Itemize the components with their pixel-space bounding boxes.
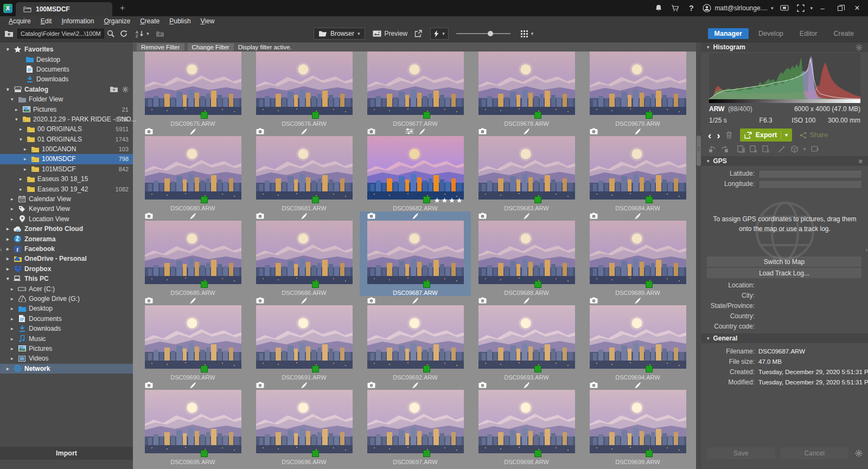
photo-thumbnail[interactable]: DSC09691.ARW — [248, 296, 360, 381]
photo-thumbnail[interactable]: DSC09685.ARW — [137, 211, 248, 296]
tree-expanded-icon[interactable]: ▾ — [7, 47, 12, 52]
sidebar-item-downloads[interactable]: ▸Downloads — [0, 324, 133, 333]
photo-image[interactable] — [367, 52, 464, 115]
sidebar-item-01-originals[interactable]: ▾01 ORIGINALS1743 — [0, 134, 133, 144]
sidebar-item-easeus-30-18-15[interactable]: ▸Easeus 30 18_15 — [0, 174, 133, 184]
photo-image[interactable] — [367, 390, 464, 453]
green-label-badge[interactable] — [312, 450, 319, 457]
tree-expanded-icon[interactable]: ▾ — [7, 276, 12, 281]
photo-thumbnail[interactable]: DSC09688.ARW — [471, 211, 582, 296]
photo-image[interactable] — [256, 221, 353, 284]
open-in-new-window-icon[interactable] — [412, 28, 425, 40]
sidebar-item-location-view[interactable]: ▸Location View — [0, 214, 133, 224]
menu-publish[interactable]: Publish — [165, 17, 195, 25]
load-track-log-button[interactable]: Load Track Log... — [707, 268, 861, 278]
general-collapse-icon[interactable]: ▾ — [707, 336, 710, 341]
photo-thumbnail[interactable]: DSC09686.ARW — [248, 211, 360, 296]
document-tab[interactable]: 100MSDCF — [16, 2, 112, 16]
photo-image[interactable]: ★★★★ — [367, 136, 464, 200]
tree-expanded-icon[interactable]: ▾ — [20, 137, 25, 142]
sidebar-item-100msdcf[interactable]: ▸100MSDCF798 — [0, 154, 133, 164]
quick-edits-button[interactable]: ▾ — [430, 28, 449, 40]
search-icon[interactable] — [104, 28, 117, 40]
green-label-badge[interactable] — [201, 281, 208, 288]
green-label-badge[interactable] — [312, 281, 319, 288]
tree-collapsed-icon[interactable]: ▸ — [11, 316, 16, 322]
tree-collapsed-icon[interactable]: ▸ — [24, 156, 29, 162]
green-label-badge[interactable] — [534, 196, 541, 203]
sidebar-item-music[interactable]: ▸Music — [0, 333, 133, 343]
general-section-header[interactable]: ▾ General — [701, 333, 868, 343]
notifications-bell-icon[interactable] — [652, 2, 666, 14]
grid-view-icon[interactable] — [518, 28, 531, 40]
tree-collapsed-icon[interactable]: ▸ — [11, 196, 16, 202]
panel-settings-gear-icon[interactable] — [855, 449, 863, 457]
sort-icon[interactable]: AZ — [133, 28, 146, 40]
sidebar-item-100canon[interactable]: ▸100CANON103 — [0, 144, 133, 154]
photo-thumbnail[interactable]: DSC09693.ARW — [471, 296, 582, 381]
sidebar-item-2020-12-29-park-ridge-sno[interactable]: ▾2020.12.29 - PARK RIDGE - SNO...8736 — [0, 114, 133, 124]
photo-image[interactable] — [478, 390, 575, 453]
green-label-badge[interactable] — [646, 365, 653, 372]
photo-thumbnail[interactable]: DSC09695.ARW — [137, 381, 248, 465]
green-label-badge[interactable] — [534, 281, 541, 288]
tree-collapsed-icon[interactable]: ▸ — [7, 366, 12, 371]
tree-collapsed-icon[interactable]: ▸ — [15, 107, 21, 112]
tree-collapsed-icon[interactable]: ▸ — [11, 326, 16, 331]
tree-collapsed-icon[interactable]: ▸ — [11, 356, 16, 361]
sidebar-item-documents[interactable]: Documents — [0, 65, 133, 74]
photo-thumbnail[interactable]: ★★★★DSC09682.ARW — [360, 127, 471, 211]
sidebar-item-desktop[interactable]: Desktop — [0, 54, 133, 64]
workspace-tab-manager[interactable]: Manager — [708, 28, 749, 39]
photo-thumbnail[interactable]: DSC09696.ARW — [248, 381, 360, 465]
photo-image[interactable] — [590, 136, 686, 200]
tree-collapsed-icon[interactable]: ▸ — [11, 296, 16, 301]
photo-thumbnail[interactable]: DSC09677.ARW — [360, 52, 471, 127]
collapse-left-panel-icon[interactable]: ‹ — [0, 247, 2, 253]
green-label-badge[interactable] — [201, 365, 208, 372]
photo-image[interactable] — [145, 52, 241, 115]
photo-thumbnail[interactable]: DSC09690.ARW — [137, 296, 248, 381]
photo-image[interactable] — [256, 305, 353, 369]
breadcrumb-path-input[interactable] — [17, 29, 104, 38]
sidebar-item-acer-c[interactable]: ▸Acer (C:) — [0, 284, 133, 293]
menu-information[interactable]: Information — [57, 17, 98, 25]
tree-collapsed-icon[interactable]: ▸ — [20, 187, 25, 192]
photo-image[interactable] — [478, 305, 575, 369]
thumbnail-size-slider[interactable] — [456, 33, 510, 34]
help-icon[interactable]: ? — [684, 2, 698, 14]
sidebar-item-folder-view[interactable]: ▾Folder View — [0, 94, 133, 104]
sidebar-item-keyword-view[interactable]: ▸Keyword View — [0, 204, 133, 214]
photo-image[interactable] — [590, 390, 686, 453]
sidebar-item-network[interactable]: ▸Network — [0, 364, 133, 374]
tree-collapsed-icon[interactable]: ▸ — [11, 206, 16, 211]
menu-acquire[interactable]: Acquire — [4, 17, 35, 25]
browser-mode-button[interactable]: Browser ▾ — [314, 28, 365, 40]
previous-photo-button[interactable]: ‹ — [708, 130, 711, 140]
second-display-icon[interactable] — [777, 2, 792, 14]
workspace-tab-create[interactable]: Create — [827, 28, 860, 39]
photo-thumbnail[interactable]: DSC09699.ARW — [582, 381, 693, 465]
menu-view[interactable]: View — [196, 17, 219, 25]
splitter-handle[interactable] — [697, 136, 701, 166]
menu-edit[interactable]: Edit — [36, 17, 56, 25]
sidebar-item-101msdcf[interactable]: ▸101MSDCF842 — [0, 164, 133, 174]
sidebar-item-videos[interactable]: ▸Videos — [0, 354, 133, 363]
menu-create[interactable]: Create — [136, 17, 164, 25]
photo-image[interactable] — [590, 52, 686, 115]
panel-splitter[interactable] — [696, 42, 701, 469]
sidebar-item-downloads[interactable]: Downloads — [0, 74, 133, 84]
photo-thumbnail[interactable]: DSC09683.ARW — [471, 127, 582, 211]
tree-collapsed-icon[interactable]: ▸ — [11, 336, 16, 342]
tree-collapsed-icon[interactable]: ▸ — [7, 226, 12, 232]
sort-caret-icon[interactable]: ▾ — [146, 31, 149, 36]
photo-image[interactable] — [256, 52, 353, 115]
preview-mode-button[interactable]: Preview — [368, 28, 412, 40]
tree-collapsed-icon[interactable]: ▸ — [7, 246, 12, 252]
tree-expanded-icon[interactable]: ▾ — [11, 97, 16, 102]
new-tab-button[interactable]: + — [120, 3, 125, 13]
account-menu[interactable]: matt@slrlounge.... ▾ — [700, 4, 775, 12]
tree-collapsed-icon[interactable]: ▸ — [11, 286, 16, 292]
tree-collapsed-icon[interactable]: ▸ — [11, 346, 16, 351]
grid-view-caret-icon[interactable]: ▾ — [531, 31, 534, 36]
